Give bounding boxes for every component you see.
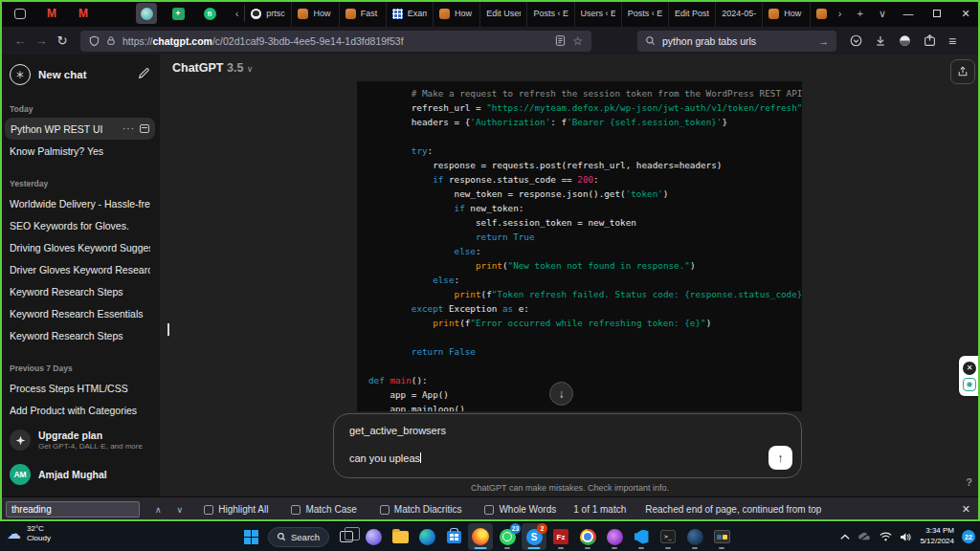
- find-previous-icon[interactable]: ∧: [155, 505, 162, 515]
- url-bar[interactable]: https://chatgpt.com/c/02d1caf9-3bdb-4ee5…: [80, 31, 591, 52]
- shield-icon[interactable]: [89, 35, 100, 47]
- filezilla-taskbar-button[interactable]: Fz: [548, 523, 573, 550]
- copilot-taskbar-button[interactable]: [361, 523, 386, 550]
- pinned-tab-fiverr[interactable]: fi: [199, 3, 220, 24]
- chat-history-item[interactable]: Driver Gloves Keyword Research: [0, 258, 160, 280]
- pocket-icon[interactable]: [850, 34, 862, 47]
- start-button[interactable]: [244, 530, 258, 544]
- browser-tab[interactable]: Fast s: [340, 0, 387, 27]
- find-close-icon[interactable]: ✕: [962, 503, 970, 516]
- maximize-button[interactable]: [923, 0, 951, 27]
- browser-tab[interactable]: How t: [763, 0, 810, 27]
- widget-close-icon[interactable]: ✕: [963, 362, 976, 375]
- tab-scroll-left-icon[interactable]: ‹: [230, 9, 244, 19]
- message-composer[interactable]: get_active_browsers can you upleas ↑: [333, 413, 802, 478]
- chat-history-item[interactable]: Know Palmistry? Yes: [0, 140, 160, 162]
- chat-history-item[interactable]: Keyword Research Steps: [0, 280, 160, 302]
- chat-history-item[interactable]: Python WP REST UI···: [5, 118, 155, 140]
- back-button[interactable]: ←: [10, 33, 31, 48]
- browser-tab[interactable]: Edit User A: [480, 0, 527, 27]
- new-tab-button[interactable]: +: [850, 8, 871, 19]
- options-icon[interactable]: ···: [122, 123, 135, 134]
- browser-tab[interactable]: How t: [292, 0, 339, 27]
- checkbox-icon[interactable]: [484, 505, 494, 515]
- find-next-icon[interactable]: ∨: [177, 505, 184, 515]
- search-query-text[interactable]: python grab tabs urls: [662, 35, 756, 47]
- checkbox-icon[interactable]: [291, 505, 301, 515]
- browser-tab[interactable]: Posts ‹ Em: [622, 0, 669, 27]
- compose-icon[interactable]: [138, 66, 150, 83]
- store-taskbar-button[interactable]: [441, 523, 466, 550]
- wifi-icon[interactable]: [880, 532, 892, 541]
- tray-chevron-up-icon[interactable]: [840, 534, 850, 540]
- widget-record-icon[interactable]: ◉: [963, 378, 976, 391]
- find-option-match-diacritics[interactable]: Match Diacritics: [380, 504, 462, 515]
- reader-view-icon[interactable]: [555, 35, 566, 46]
- tabs-menu-icon[interactable]: ∨: [871, 8, 894, 20]
- scroll-to-bottom-button[interactable]: ↓: [549, 382, 573, 406]
- new-chat-row[interactable]: New chat: [0, 55, 160, 87]
- firefox-taskbar-button[interactable]: [468, 523, 493, 550]
- task-view-taskbar-button[interactable]: [334, 523, 359, 550]
- taskbar-search[interactable]: Search: [268, 527, 329, 547]
- clock[interactable]: 3:34 PM 5/12/2024: [920, 526, 954, 547]
- user-menu[interactable]: AM Amjad Mughal: [10, 460, 150, 489]
- reload-button[interactable]: ↻: [52, 33, 73, 48]
- browser-tab[interactable]: How e: [434, 0, 480, 27]
- chat-history-item[interactable]: Worldwide Delivery - Hassle-free!: [0, 192, 160, 214]
- downloads-icon[interactable]: [875, 34, 886, 47]
- pinned-tab-teal[interactable]: [136, 3, 157, 24]
- browser-tab[interactable]: Get u: [811, 0, 831, 27]
- pinned-tab-gmail[interactable]: M: [41, 3, 62, 24]
- browser-tab[interactable]: Examp: [387, 0, 434, 27]
- onedrive-paused-icon[interactable]: [858, 532, 872, 541]
- search-bar[interactable]: python grab tabs urls →: [637, 31, 836, 52]
- vscode-taskbar-button[interactable]: [629, 523, 654, 550]
- chat-history-item[interactable]: Driving Gloves Keyword Suggestion: [0, 236, 160, 258]
- checkbox-icon[interactable]: [380, 505, 390, 515]
- pinned-tab-archive[interactable]: [10, 3, 31, 24]
- send-button[interactable]: ↑: [768, 446, 792, 470]
- find-option-match-case[interactable]: Match Case: [291, 504, 356, 515]
- close-button[interactable]: ✕: [951, 0, 980, 27]
- terminal-taskbar-button[interactable]: >_: [656, 523, 680, 550]
- skype-taskbar-button[interactable]: S2: [522, 523, 546, 550]
- volume-icon[interactable]: [900, 532, 912, 542]
- pinned-tab-gmail[interactable]: M: [73, 3, 94, 24]
- lock-icon[interactable]: [106, 35, 116, 46]
- menu-icon[interactable]: ≡: [948, 33, 956, 49]
- adblock-icon[interactable]: [899, 34, 911, 47]
- browser-tab[interactable]: prtsc: [245, 0, 292, 27]
- chat-history-item[interactable]: Keyword Research Essentials: [0, 302, 160, 324]
- pinned-tab-binance[interactable]: [104, 3, 125, 24]
- chat-history-item[interactable]: Process Steps HTML/CSS: [0, 377, 160, 399]
- browser-tab[interactable]: Users ‹ Em: [575, 0, 622, 27]
- dbeaver-taskbar-button[interactable]: [682, 523, 707, 550]
- share-button[interactable]: [950, 59, 975, 84]
- minimize-button[interactable]: —: [894, 0, 923, 27]
- edge-taskbar-button[interactable]: [414, 523, 439, 550]
- url-text[interactable]: https://chatgpt.com/c/02d1caf9-3bdb-4ee5…: [122, 35, 404, 47]
- purple-app-taskbar-button[interactable]: [602, 523, 627, 550]
- pinned-tab-sheets[interactable]: +: [167, 3, 189, 24]
- checkbox-icon[interactable]: [204, 505, 213, 515]
- browser-tab[interactable]: Posts ‹ Em: [527, 0, 574, 27]
- search-go-icon[interactable]: →: [819, 35, 830, 47]
- notification-badge[interactable]: 22: [962, 530, 975, 543]
- help-button[interactable]: ?: [966, 476, 972, 488]
- python-window-taskbar-button[interactable]: [709, 523, 734, 550]
- find-option-highlight-all[interactable]: Highlight All: [204, 504, 268, 515]
- explorer-taskbar-button[interactable]: [388, 523, 412, 550]
- browser-tab[interactable]: Edit Post: [669, 0, 716, 27]
- bookmark-star-icon[interactable]: ☆: [572, 34, 583, 48]
- find-option-whole-words[interactable]: Whole Words: [484, 504, 556, 515]
- model-selector[interactable]: ChatGPT 3.5 ∨: [172, 61, 253, 75]
- browser-tab[interactable]: 2024-05-1: [716, 0, 763, 27]
- whatsapp-taskbar-button[interactable]: 23: [495, 523, 520, 550]
- weather-widget[interactable]: ☁ 32°C Cloudy: [7, 524, 51, 544]
- find-input[interactable]: threading: [6, 501, 140, 518]
- tab-scroll-right-icon[interactable]: ›: [831, 8, 850, 19]
- chat-history-item[interactable]: Keyword Research Steps: [0, 324, 160, 346]
- archive-icon[interactable]: [140, 124, 149, 133]
- extension-icon[interactable]: [924, 34, 936, 47]
